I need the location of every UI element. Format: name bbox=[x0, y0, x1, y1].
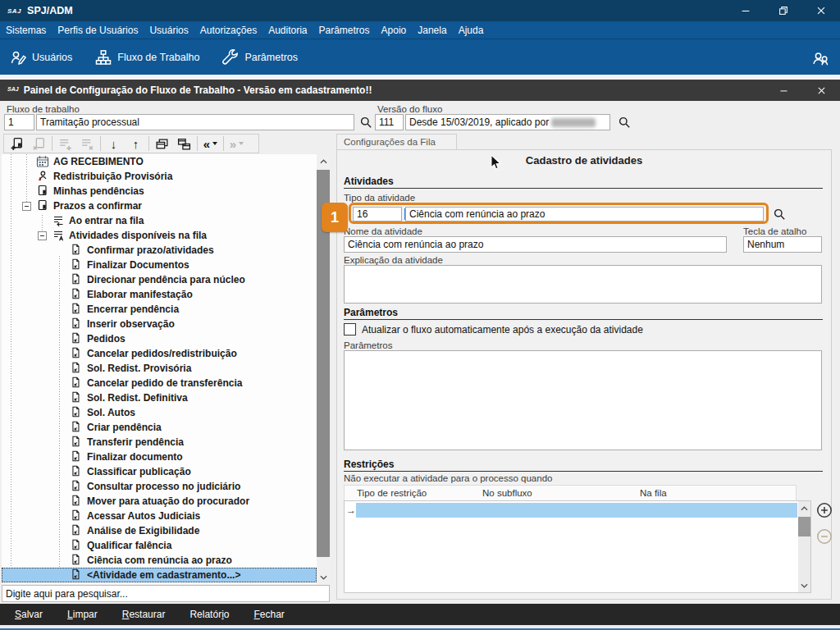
tree-item-ag-recebimento[interactable]: AG RECEBIMENTO bbox=[2, 154, 317, 169]
tree-item-cancelar-pedido-de-transferencia[interactable]: Cancelar pedido de transferência bbox=[2, 376, 317, 390]
auto-update-checkbox[interactable] bbox=[344, 323, 356, 336]
tree-item-confirmar-prazo-atividades[interactable]: Confirmar prazo/atividades bbox=[2, 243, 317, 258]
menu-item-apoio[interactable]: Apoio bbox=[381, 25, 407, 36]
menu-item-ajuda[interactable]: Ajuda bbox=[459, 25, 484, 36]
tree-item-consultar-processo-no-judiciario[interactable]: Consultar processo no judiciário bbox=[2, 479, 317, 494]
nome-atividade-field[interactable] bbox=[344, 236, 727, 253]
tree-item-ciencia-com-renuncia-ao-prazo[interactable]: Ciência com renúncia ao prazo bbox=[2, 553, 317, 568]
tipo-id-field[interactable] bbox=[353, 207, 402, 221]
tree-item-sol-redist-definitiva[interactable]: Sol. Redist. Definitiva bbox=[2, 390, 317, 405]
table-scroll-thumb[interactable] bbox=[798, 517, 810, 536]
toolbar-item-parametros[interactable]: Parâmetros bbox=[222, 49, 298, 66]
collapse-icon[interactable] bbox=[38, 231, 47, 240]
table-scrollbar[interactable] bbox=[798, 501, 810, 592]
menu-item-parametros[interactable]: Parâmetros bbox=[319, 25, 370, 36]
tree-item-finalizar-documento[interactable]: Finalizar documento bbox=[2, 450, 317, 464]
tree-item-atividades-disponiveis-na-fila[interactable]: Atividades disponíveis na fila bbox=[2, 228, 317, 243]
version-search-icon[interactable] bbox=[618, 116, 631, 129]
expand-all-icon[interactable]: » bbox=[226, 135, 248, 152]
column-header-tipo-de-restricao: Tipo de restrição bbox=[357, 488, 427, 498]
restaurar-button[interactable]: Restaurar bbox=[122, 609, 166, 620]
tab-configuracoes-da-fila[interactable]: Configurações da Fila bbox=[336, 134, 457, 149]
menu-item-autorizacoes[interactable]: Autorizações bbox=[200, 25, 257, 36]
flow-search-icon[interactable] bbox=[359, 116, 372, 129]
tree-item-prazos-a-confirmar[interactable]: Prazos a confirmar bbox=[2, 199, 317, 213]
tree-item-encerrar-pendencia[interactable]: Encerrar pendência bbox=[2, 302, 317, 317]
menu-item-sistemas[interactable]: Sistemas bbox=[6, 25, 46, 36]
scroll-up-icon[interactable] bbox=[317, 154, 330, 168]
add-row-icon[interactable] bbox=[54, 135, 76, 152]
relatorio-button[interactable]: Relatório bbox=[189, 609, 229, 620]
tree-item-analise-de-exigibilidade[interactable]: Análise de Exigibilidade bbox=[2, 523, 317, 538]
scroll-down-icon[interactable] bbox=[317, 570, 330, 584]
panel-close-icon[interactable] bbox=[802, 80, 840, 101]
tree-item-finalizar-documentos[interactable]: Finalizar Documentos bbox=[2, 258, 317, 272]
users-icon[interactable] bbox=[810, 49, 832, 67]
add-restriction-icon[interactable] bbox=[816, 502, 833, 518]
tecla-atalho-field[interactable] bbox=[743, 236, 822, 253]
move-up-icon[interactable]: ↑ bbox=[125, 135, 147, 152]
restricao-row[interactable] bbox=[356, 503, 797, 518]
panel-minimize-icon[interactable] bbox=[765, 80, 802, 101]
explicacao-textarea[interactable] bbox=[344, 265, 822, 304]
menu-item-janela[interactable]: Janela bbox=[418, 25, 446, 36]
workflow-tree: AG RECEBIMENTORedistribuição ProvisóriaM… bbox=[2, 154, 317, 584]
version-id-field[interactable] bbox=[375, 114, 404, 130]
toolbar-item-fluxo-de-trabalho[interactable]: Fluxo de Trabalho bbox=[95, 49, 199, 66]
toolbar-item-usuarios[interactable]: Usuários bbox=[10, 49, 72, 66]
page-icon bbox=[70, 568, 83, 582]
tree-item-mover-para-atuacao-do-procurador[interactable]: Mover para atuação do procurador bbox=[2, 494, 317, 509]
tree-item-acessar-autos-judiciais[interactable]: Acessar Autos Judiciais bbox=[2, 509, 317, 523]
restore-icon[interactable] bbox=[765, 0, 802, 21]
tree-item-direcionar-pendencia-para-nucleo[interactable]: Direcionar pendência para núcleo bbox=[2, 272, 317, 287]
remove-row-icon[interactable] bbox=[76, 135, 98, 152]
copy-structure-icon[interactable] bbox=[151, 135, 173, 152]
tree-item-cancelar-pedidos-redistribuicao[interactable]: Cancelar pedidos/redistribuição bbox=[2, 346, 317, 361]
tree-item-elaborar-manifestacao[interactable]: Elaborar manifestação bbox=[2, 287, 317, 302]
tree-item-qualificar-falencia[interactable]: Qualificar falência bbox=[2, 538, 317, 553]
minimize-icon[interactable] bbox=[727, 0, 765, 21]
flow-id-field[interactable] bbox=[4, 114, 34, 130]
version-info-field[interactable]: Desde 15/03/2019, aplicado por bbox=[405, 114, 610, 130]
tree-item-redistribuicao-provisoria[interactable]: Redistribuição Provisória bbox=[2, 169, 317, 184]
tree-item-sol-autos[interactable]: Sol. Autos bbox=[2, 405, 317, 420]
tree-item-sol-redist-provisoria[interactable]: Sol. Redist. Provisória bbox=[2, 361, 317, 376]
tree-item-classificar-publicacao[interactable]: Classificar publicação bbox=[2, 464, 317, 479]
tipo-search-icon[interactable] bbox=[773, 208, 786, 221]
fechar-button[interactable]: Fechar bbox=[253, 609, 284, 620]
cascade-icon[interactable] bbox=[173, 135, 195, 152]
table-scroll-up-icon[interactable] bbox=[798, 501, 810, 515]
tree-item-label: Qualificar falência bbox=[87, 538, 171, 553]
toolbar-item-label: Parâmetros bbox=[244, 52, 298, 63]
parametros-textarea[interactable] bbox=[344, 350, 822, 450]
remove-restriction-icon[interactable] bbox=[816, 528, 833, 545]
salvar-button[interactable]: Salvar bbox=[15, 609, 43, 620]
close-icon[interactable] bbox=[802, 0, 840, 21]
collapse-icon[interactable] bbox=[22, 202, 31, 211]
table-scroll-down-icon[interactable] bbox=[798, 578, 810, 592]
tree-search-input[interactable] bbox=[2, 585, 330, 602]
tree-item-label: Minhas pendências bbox=[53, 184, 144, 199]
tree-item-label: Pedidos bbox=[87, 331, 126, 346]
collapse-all-icon[interactable]: « bbox=[199, 135, 221, 152]
tree-item-ao-entrar-na-fila[interactable]: Ao entrar na fila bbox=[2, 213, 317, 228]
flow-name-field[interactable] bbox=[36, 114, 354, 130]
tree-item-criar-pendencia[interactable]: Criar pendência bbox=[2, 420, 317, 435]
add-activity-icon[interactable] bbox=[6, 135, 28, 152]
saj-logo: SAJ bbox=[7, 7, 21, 15]
page-icon bbox=[70, 450, 83, 463]
tree-item-minhas-pendencias[interactable]: Minhas pendências bbox=[2, 184, 317, 199]
menu-item-auditoria[interactable]: Auditoria bbox=[268, 25, 307, 36]
limpar-button[interactable]: Limpar bbox=[67, 609, 98, 620]
menu-item-usuarios[interactable]: Usuários bbox=[149, 25, 188, 36]
move-down-icon[interactable]: ↓ bbox=[103, 135, 125, 152]
tipo-nome-field[interactable] bbox=[405, 207, 764, 221]
remove-activity-icon[interactable] bbox=[28, 135, 50, 152]
page-icon bbox=[70, 391, 83, 404]
tree-item-atividade-em-cadastramento[interactable]: <Atividade em cadastramento...> bbox=[2, 568, 317, 582]
menu-item-perfis-de-usuarios[interactable]: Perfis de Usuários bbox=[57, 25, 138, 36]
tree-item-pedidos[interactable]: Pedidos bbox=[2, 331, 317, 346]
tree-item-inserir-observacao[interactable]: Inserir observação bbox=[2, 317, 317, 331]
workflow-icon bbox=[95, 49, 112, 66]
tree-item-transferir-pendencia[interactable]: Transferir pendência bbox=[2, 435, 317, 450]
